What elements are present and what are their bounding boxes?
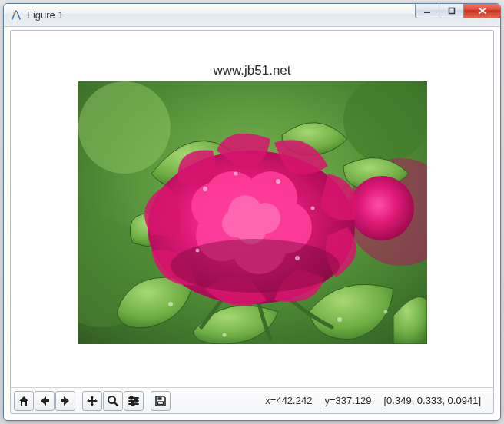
sliders-icon bbox=[128, 395, 140, 407]
svg-rect-42 bbox=[158, 402, 164, 405]
floppy-disk-icon bbox=[154, 395, 167, 407]
svg-point-30 bbox=[337, 317, 342, 322]
axes-image[interactable] bbox=[78, 81, 427, 344]
svg-point-28 bbox=[196, 249, 200, 253]
svg-point-26 bbox=[311, 207, 315, 210]
pixel-rgb-value: [0.349, 0.333, 0.0941] bbox=[384, 395, 482, 406]
svg-point-25 bbox=[276, 179, 280, 184]
save-button[interactable] bbox=[151, 391, 171, 411]
svg-point-38 bbox=[130, 396, 133, 399]
coordinate-readout: x=442.242 y=337.129 [0.349, 0.333, 0.094… bbox=[265, 395, 490, 406]
minimize-button[interactable] bbox=[415, 3, 439, 18]
axes-title: www.jb51.net bbox=[11, 63, 493, 78]
svg-point-24 bbox=[234, 172, 238, 176]
close-button[interactable] bbox=[464, 3, 501, 18]
svg-point-40 bbox=[131, 402, 134, 406]
content-frame: www.jb51.net bbox=[10, 30, 494, 414]
navigation-toolbar: x=442.242 y=337.129 [0.349, 0.333, 0.094… bbox=[11, 387, 493, 413]
home-icon bbox=[18, 395, 30, 407]
svg-point-32 bbox=[384, 310, 388, 314]
svg-point-6 bbox=[78, 81, 171, 174]
move-icon bbox=[86, 395, 98, 407]
home-button[interactable] bbox=[14, 391, 34, 411]
configure-subplots-button[interactable] bbox=[124, 391, 144, 411]
svg-rect-41 bbox=[158, 397, 162, 400]
forward-button[interactable] bbox=[55, 391, 75, 411]
cursor-x-value: x=442.242 bbox=[265, 395, 312, 406]
figure-window: Figure 1 www.jb51.net bbox=[3, 3, 501, 421]
svg-point-27 bbox=[295, 256, 300, 260]
magnifier-icon bbox=[107, 395, 119, 407]
svg-line-34 bbox=[114, 402, 118, 406]
svg-point-21 bbox=[222, 210, 250, 237]
cursor-y-value: y=337.129 bbox=[324, 395, 371, 406]
svg-point-0 bbox=[14, 12, 16, 13]
svg-rect-2 bbox=[449, 8, 454, 13]
figure-canvas[interactable]: www.jb51.net bbox=[11, 31, 493, 387]
svg-point-22 bbox=[171, 239, 340, 293]
titlebar[interactable]: Figure 1 bbox=[4, 4, 500, 27]
maximize-button[interactable] bbox=[439, 3, 464, 18]
svg-point-10 bbox=[350, 176, 414, 240]
arrow-right-icon bbox=[59, 395, 71, 407]
svg-point-39 bbox=[134, 399, 138, 402]
svg-point-31 bbox=[223, 333, 227, 337]
arrow-left-icon bbox=[38, 395, 51, 407]
python-tk-icon bbox=[10, 9, 22, 22]
window-title: Figure 1 bbox=[27, 9, 64, 21]
svg-point-29 bbox=[168, 302, 173, 306]
back-button[interactable] bbox=[35, 391, 55, 411]
pan-button[interactable] bbox=[82, 391, 102, 411]
zoom-button[interactable] bbox=[103, 391, 123, 411]
window-controls bbox=[415, 3, 501, 18]
svg-point-23 bbox=[203, 187, 207, 191]
